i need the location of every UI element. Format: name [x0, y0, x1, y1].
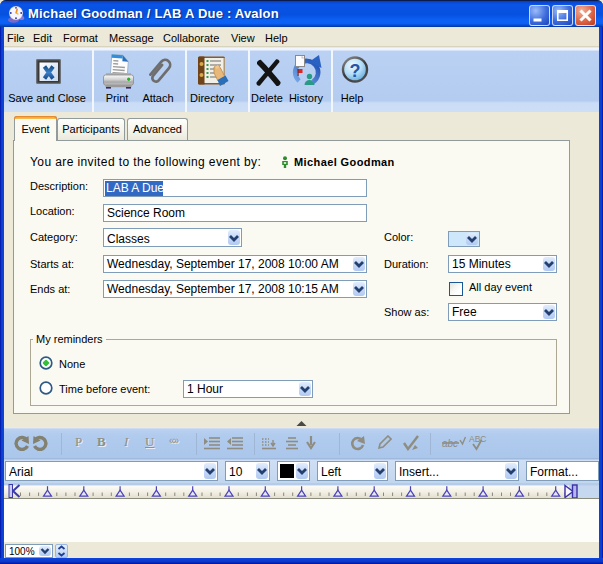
- svg-text:ABC: ABC: [469, 434, 486, 444]
- svg-text:?: ?: [350, 61, 361, 81]
